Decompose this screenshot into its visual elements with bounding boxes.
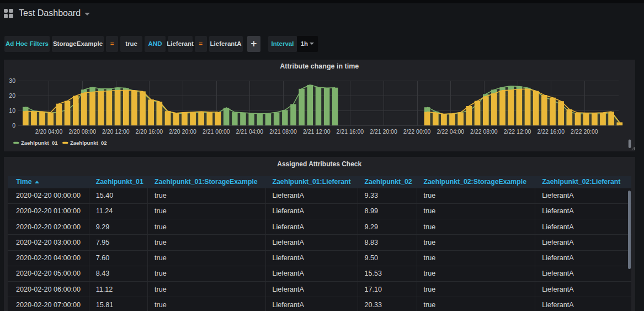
svg-text:2/22 16:00: 2/22 16:00 — [537, 128, 565, 135]
svg-text:30: 30 — [9, 77, 15, 84]
svg-text:2/22 20:00: 2/22 20:00 — [571, 128, 598, 135]
svg-text:2/21 12:00: 2/21 12:00 — [303, 128, 331, 135]
svg-text:2/20 12:00: 2/20 12:00 — [102, 128, 130, 135]
svg-text:2/20 08:00: 2/20 08:00 — [68, 128, 96, 135]
svg-text:Zaehlpunkt_02: Zaehlpunkt_02 — [70, 140, 107, 146]
svg-text:10: 10 — [9, 107, 15, 114]
svg-text:2/21 00:00: 2/21 00:00 — [203, 128, 230, 135]
svg-text:2/22 12:00: 2/22 12:00 — [504, 128, 531, 135]
svg-text:2/21 16:00: 2/21 16:00 — [337, 128, 364, 135]
svg-text:2/20 04:00: 2/20 04:00 — [35, 128, 63, 135]
svg-text:0: 0 — [12, 122, 15, 129]
svg-text:2/21 04:00: 2/21 04:00 — [236, 128, 264, 135]
svg-text:2/20 20:00: 2/20 20:00 — [169, 128, 196, 135]
svg-text:2/20 16:00: 2/20 16:00 — [136, 128, 163, 135]
svg-text:Zaehlpunkt_01: Zaehlpunkt_01 — [21, 140, 58, 146]
svg-text:20: 20 — [9, 92, 15, 99]
svg-text:2/21 20:00: 2/21 20:00 — [370, 128, 397, 135]
svg-text:2/22 00:00: 2/22 00:00 — [403, 128, 431, 135]
svg-text:2/21 08:00: 2/21 08:00 — [269, 128, 297, 135]
svg-text:2/22 04:00: 2/22 04:00 — [437, 128, 464, 135]
svg-text:2/22 08:00: 2/22 08:00 — [470, 128, 498, 135]
